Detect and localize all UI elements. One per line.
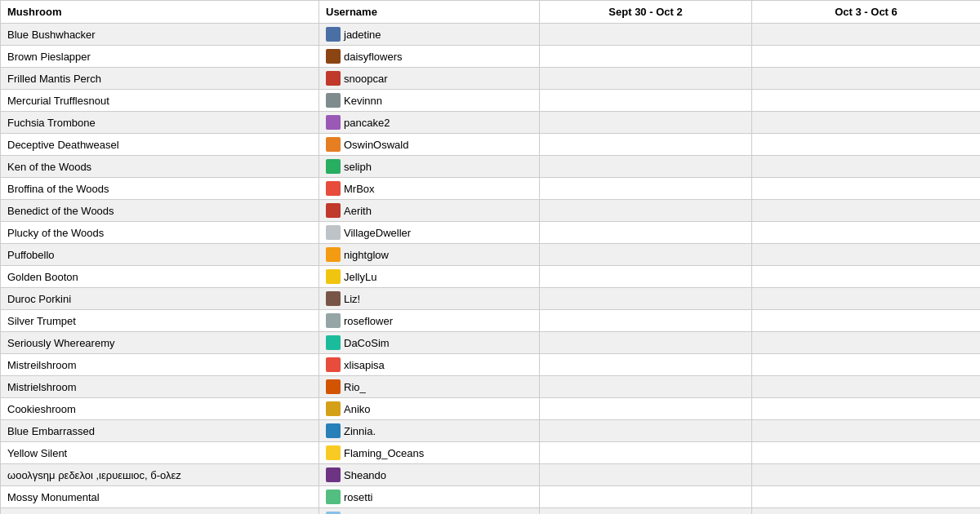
date2-cell bbox=[752, 90, 981, 112]
username-text: Flaming_Oceans bbox=[344, 447, 424, 459]
table-row: Deceptive DeathweaselOswinOswald bbox=[1, 134, 981, 156]
username-cell: VillageDweller bbox=[319, 222, 540, 244]
mushroom-cell: Puffobello bbox=[1, 244, 319, 266]
username-cell: Rio_ bbox=[319, 376, 540, 398]
date2-cell bbox=[752, 442, 981, 464]
date2-cell bbox=[752, 200, 981, 222]
username-cell: nightglow bbox=[319, 244, 540, 266]
avatar-icon bbox=[326, 291, 341, 306]
mushroom-cell: Benedict of the Woods bbox=[1, 200, 319, 222]
date1-cell bbox=[540, 112, 752, 134]
username-text: Sheando bbox=[344, 469, 386, 481]
avatar-icon bbox=[326, 247, 341, 262]
date1-cell bbox=[540, 398, 752, 420]
table-row: Puffobellonightglow bbox=[1, 244, 981, 266]
username-text: Rio_ bbox=[344, 381, 366, 393]
table-row: Blue EmbarrassedZinnia. bbox=[1, 420, 981, 442]
username-text: Aniko bbox=[344, 403, 371, 415]
username-cell: Liz! bbox=[319, 288, 540, 310]
username-text: pancake2 bbox=[344, 117, 390, 129]
date2-cell bbox=[752, 288, 981, 310]
username-cell: JellyLu bbox=[319, 266, 540, 288]
mushroom-cell: Blue Embarrassed bbox=[1, 420, 319, 442]
avatar-icon bbox=[326, 181, 341, 196]
date1-cell bbox=[540, 90, 752, 112]
date1-cell bbox=[540, 486, 752, 508]
date2-cell bbox=[752, 376, 981, 398]
avatar-icon bbox=[326, 313, 341, 328]
date2-header: Oct 3 - Oct 6 bbox=[752, 1, 981, 24]
table-row: Silver Trumpetroseflower bbox=[1, 310, 981, 332]
username-header: Username bbox=[319, 1, 540, 24]
username-cell: pancake2 bbox=[319, 112, 540, 134]
username-cell: Holla bbox=[319, 508, 540, 515]
mushroom-cell: ωοολγsημ ρεδελοι ,ιερυεшιοс, б-ολεz bbox=[1, 464, 319, 486]
date2-cell bbox=[752, 420, 981, 442]
username-text: OswinOswald bbox=[344, 139, 408, 151]
mushroom-cell: Frilled Mantis Perch bbox=[1, 68, 319, 90]
date2-cell bbox=[752, 46, 981, 68]
date2-cell bbox=[752, 310, 981, 332]
mushroom-cell: Plucky of the Woods bbox=[1, 222, 319, 244]
username-text: Zinnia. bbox=[344, 425, 376, 437]
mushroom-cell: Cookieshroom bbox=[1, 398, 319, 420]
date1-cell bbox=[540, 464, 752, 486]
date1-cell bbox=[540, 178, 752, 200]
username-text: Aerith bbox=[344, 205, 372, 217]
date2-cell bbox=[752, 332, 981, 354]
date2-cell bbox=[752, 156, 981, 178]
avatar-icon bbox=[326, 71, 341, 86]
date1-cell bbox=[540, 200, 752, 222]
username-cell: OswinOswald bbox=[319, 134, 540, 156]
date1-header: Sept 30 - Oct 2 bbox=[540, 1, 752, 24]
avatar-icon bbox=[326, 467, 341, 482]
avatar-icon bbox=[326, 335, 341, 350]
date1-cell bbox=[540, 310, 752, 332]
date2-cell bbox=[752, 508, 981, 515]
username-text: jadetine bbox=[344, 29, 381, 41]
avatar-icon bbox=[326, 203, 341, 218]
date2-cell bbox=[752, 222, 981, 244]
date1-cell bbox=[540, 46, 752, 68]
mushroom-cell: Silver Trumpet bbox=[1, 310, 319, 332]
table-row: Fuchsia Trombonepancake2 bbox=[1, 112, 981, 134]
date1-cell bbox=[540, 288, 752, 310]
date2-cell bbox=[752, 24, 981, 46]
username-text: roseflower bbox=[344, 315, 393, 327]
username-text: seliph bbox=[344, 161, 372, 173]
table-row: Wild Foraged MickshroomHolla bbox=[1, 508, 981, 515]
mushroom-cell: Duroc Porkini bbox=[1, 288, 319, 310]
table-row: Yellow SilentFlaming_Oceans bbox=[1, 442, 981, 464]
username-text: xlisapisa bbox=[344, 359, 385, 371]
table-row: Ken of the Woodsseliph bbox=[1, 156, 981, 178]
date2-cell bbox=[752, 244, 981, 266]
date1-cell bbox=[540, 508, 752, 515]
date1-cell bbox=[540, 376, 752, 398]
mushroom-cell: Mossy Monumental bbox=[1, 486, 319, 508]
mushroom-cell: Broffina of the Woods bbox=[1, 178, 319, 200]
avatar-icon bbox=[326, 269, 341, 284]
date2-cell bbox=[752, 398, 981, 420]
table-row: Mercurial TrufflesnoutKevinnn bbox=[1, 90, 981, 112]
mushroom-cell: Mercurial Trufflesnout bbox=[1, 90, 319, 112]
username-text: JellyLu bbox=[344, 271, 376, 283]
avatar-icon bbox=[326, 445, 341, 460]
table-row: Golden BootonJellyLu bbox=[1, 266, 981, 288]
date1-cell bbox=[540, 244, 752, 266]
username-cell: xlisapisa bbox=[319, 354, 540, 376]
username-text: rosetti bbox=[344, 491, 372, 503]
date1-cell bbox=[540, 266, 752, 288]
username-cell: Kevinnn bbox=[319, 90, 540, 112]
mushroom-cell: Deceptive Deathweasel bbox=[1, 134, 319, 156]
mushroom-cell: Seriously Wherearemy bbox=[1, 332, 319, 354]
date2-cell bbox=[752, 134, 981, 156]
avatar-icon bbox=[326, 490, 341, 504]
username-cell: Flaming_Oceans bbox=[319, 442, 540, 464]
mushroom-cell: Fuchsia Trombone bbox=[1, 112, 319, 134]
table-row: Plucky of the WoodsVillageDweller bbox=[1, 222, 981, 244]
date1-cell bbox=[540, 332, 752, 354]
date2-cell bbox=[752, 68, 981, 90]
date1-cell bbox=[540, 420, 752, 442]
table-row: Mistreilshroomxlisapisa bbox=[1, 354, 981, 376]
table-row: Duroc PorkiniLiz! bbox=[1, 288, 981, 310]
